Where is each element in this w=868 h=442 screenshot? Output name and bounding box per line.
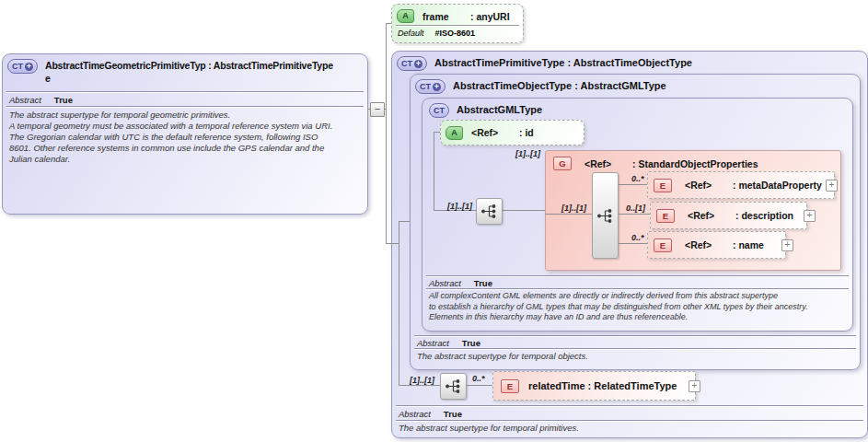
abstract-label: Abstract	[429, 278, 461, 288]
connector-line	[617, 243, 647, 244]
abstract-row: Abstract True	[429, 278, 492, 288]
element-ref: <Ref>	[685, 239, 733, 250]
derived-plus-icon: +	[25, 63, 33, 71]
separator	[426, 275, 849, 277]
abstract-value: True	[474, 278, 492, 288]
type-title-line2: e	[45, 73, 51, 84]
abstract-label: Abstract	[9, 95, 41, 105]
attribute-type: : id	[519, 127, 534, 138]
element-name: relatedTime : RelatedTimeType	[528, 380, 677, 391]
default-value: #ISO-8601	[435, 29, 476, 38]
abstract-label: Abstract	[399, 409, 431, 419]
connector-line	[617, 184, 647, 185]
separator	[426, 288, 849, 290]
cardinality-label: [1]..[1]	[515, 149, 540, 158]
element-icon: E	[654, 238, 672, 252]
abstract-value: True	[462, 338, 480, 348]
expand-icon[interactable]: +	[804, 210, 816, 222]
derived-plus-icon: +	[414, 60, 422, 68]
connector-line	[399, 385, 440, 386]
abstract-row: Abstract True	[399, 409, 462, 419]
default-row: Default #ISO-8601	[398, 29, 475, 38]
abstract-row: Abstract True	[9, 95, 73, 105]
sequence-icon[interactable]	[476, 198, 503, 225]
cardinality-label: [1]..[1]	[410, 376, 434, 385]
expand-icon[interactable]: +	[689, 380, 700, 392]
type-title: AbstractTimeObjectType : AbstractGMLType	[453, 79, 666, 92]
connector-line	[399, 221, 410, 222]
connector-line	[434, 132, 434, 211]
sequence-icon[interactable]	[592, 172, 619, 259]
attribute-icon: A	[397, 9, 414, 23]
connector-line	[501, 210, 545, 211]
connector-line	[545, 214, 592, 215]
default-label: Default	[398, 29, 424, 38]
separator	[396, 25, 519, 27]
connector-line	[464, 385, 492, 386]
element-box-related-time[interactable]: E relatedTime : RelatedTimeType	[492, 371, 696, 401]
separator	[396, 405, 863, 407]
sequence-icon[interactable]	[440, 373, 467, 400]
documentation-text: All complexContent GML elements are dire…	[429, 291, 849, 323]
element-icon: E	[501, 379, 519, 393]
connector-line	[617, 214, 650, 215]
documentation-text: The abstract supertype for temporal geom…	[9, 110, 362, 165]
expand-icon[interactable]: +	[781, 239, 793, 251]
abstract-label: Abstract	[417, 338, 449, 348]
connector-line	[386, 23, 391, 24]
element-icon: E	[656, 209, 675, 223]
element-name: : name	[733, 239, 764, 250]
separator	[414, 348, 856, 350]
attribute-box-id[interactable]: A <Ref>: id	[440, 120, 584, 145]
complex-type-icon: CT+	[397, 56, 427, 71]
type-title: AbstractGMLType	[457, 103, 542, 116]
connector-line	[386, 23, 387, 244]
derived-plus-icon: +	[433, 83, 441, 91]
box-header: CT+ AbstractTimePrimitiveType : Abstract…	[397, 56, 692, 71]
connector-line	[434, 132, 440, 133]
element-ref: <Ref>	[688, 210, 735, 221]
group-icon: G	[553, 157, 572, 170]
cardinality-label: 0..[1]	[626, 204, 645, 213]
expand-icon[interactable]: +	[826, 180, 838, 192]
collapse-icon[interactable]: −	[370, 102, 385, 117]
group-name: : StandardObjectProperties	[632, 158, 758, 169]
complex-type-icon: CT+	[415, 79, 446, 94]
box-header: CT AbstractGMLType	[429, 103, 542, 118]
abstract-value: True	[54, 95, 73, 105]
documentation-text: The abstract supertype for temporal obje…	[417, 351, 854, 362]
attribute-icon: A	[446, 126, 463, 140]
element-name: : description	[735, 210, 793, 221]
complex-type-icon: CT+	[7, 59, 38, 74]
complex-type-box-abstract-time-geometric-primitive[interactable]: CT+ AbstractTimeGeometricPrimitiveTyp : …	[2, 53, 368, 215]
separator	[6, 91, 364, 93]
cardinality-label: 0..*	[631, 233, 644, 242]
separator	[414, 335, 856, 337]
element-box-name[interactable]: E <Ref>: name	[647, 231, 786, 259]
attribute-ref: <Ref>	[471, 127, 519, 138]
documentation-text: The abstract supertype for temporal prim…	[399, 423, 862, 434]
connector-line	[386, 243, 399, 244]
type-title: AbstractTimePrimitiveType : AbstractTime…	[434, 56, 692, 69]
attribute-type: : anyURI	[470, 11, 510, 22]
element-box-description[interactable]: E <Ref>: description	[650, 202, 807, 229]
cardinality-label: 0..*	[631, 174, 644, 183]
separator	[396, 420, 863, 422]
abstract-row: Abstract True	[417, 338, 480, 348]
cardinality-label: [1]..[1]	[447, 202, 472, 211]
box-header: CT+ AbstractTimeGeometricPrimitiveTyp : …	[7, 59, 333, 85]
attribute-box-frame[interactable]: A frame: anyURI Default #ISO-8601	[391, 4, 524, 43]
connector-line	[399, 221, 399, 386]
abstract-value: True	[444, 409, 462, 419]
type-title-line1: AbstractTimeGeometricPrimitiveTyp : Abst…	[45, 60, 333, 71]
attribute-name: frame	[422, 11, 470, 22]
element-icon: E	[654, 179, 672, 192]
element-box-metadata-property[interactable]: E <Ref>: metaDataProperty	[647, 171, 835, 199]
box-header: CT+ AbstractTimeObjectType : AbstractGML…	[415, 79, 666, 94]
group-ref: <Ref>	[584, 158, 632, 169]
separator	[6, 106, 364, 108]
cardinality-label: [1]..[1]	[561, 204, 586, 213]
element-name: : metaDataProperty	[733, 180, 822, 191]
complex-type-icon: CT	[429, 103, 449, 118]
cardinality-label: 0..*	[472, 374, 485, 383]
